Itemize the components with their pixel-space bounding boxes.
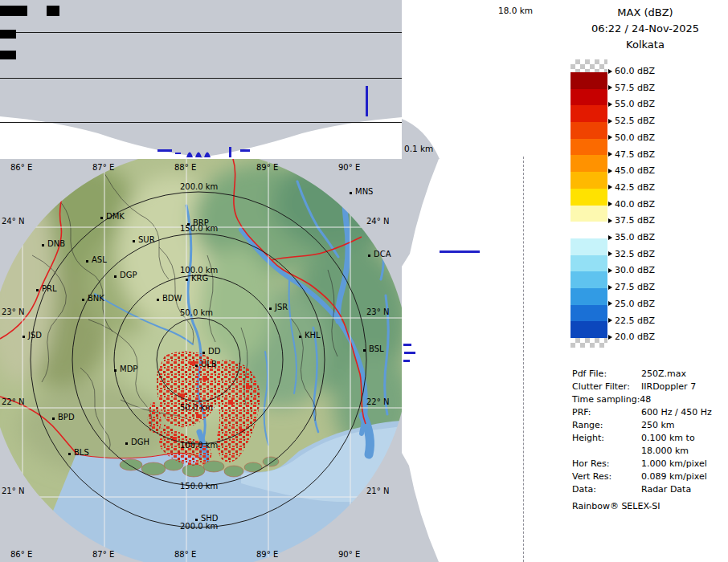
level-arrow-icon — [608, 202, 612, 206]
product-title: MAX (dBZ) — [558, 5, 728, 21]
radar-display-window: 18.0 km 0.1 km — [0, 0, 728, 562]
level-arrow-icon — [608, 251, 612, 256]
legend-level-label: 37.5 dBZ — [608, 215, 655, 226]
level-arrow-icon — [608, 235, 612, 240]
legend-level-label: 55.0 dBZ — [608, 99, 655, 109]
legend-header: MAX (dBZ) 06:22 / 24-Nov-2025 Kolkata — [558, 5, 728, 53]
top-projection-panel — [0, 0, 522, 159]
legend-info-row: Height:0.100 km to — [572, 432, 725, 445]
legend-level-label: 57.5 dBZ — [608, 83, 655, 93]
legend-color-cell — [571, 72, 607, 89]
product-datetime: 06:22 / 24-Nov-2025 — [558, 21, 728, 37]
level-arrow-icon — [608, 218, 612, 223]
side-panel-bg — [402, 159, 522, 562]
legend-color-cell — [571, 105, 607, 122]
legend-color-cell — [571, 238, 607, 255]
legend-level-label: 20.0 dBZ — [608, 332, 655, 342]
legend-level-label: 50.0 dBZ — [608, 132, 655, 143]
legend-level-label: 45.0 dBZ — [608, 165, 655, 176]
legend-level-label: 52.5 dBZ — [608, 116, 655, 126]
legend-color-cell — [571, 89, 607, 106]
legend-info-row: Hor Res:1.000 km/pixel — [572, 458, 725, 470]
level-arrow-icon — [608, 285, 612, 290]
legend-level-label: 35.0 dBZ — [608, 232, 655, 242]
level-arrow-icon — [608, 152, 612, 157]
legend-level-label: 27.5 dBZ — [608, 282, 655, 292]
legend-color-bar — [571, 59, 607, 348]
legend-color-cell — [571, 122, 607, 139]
level-arrow-icon — [608, 102, 612, 107]
legend-transparent-checker-bottom — [571, 338, 607, 348]
legend-info-row: Pdf File:250Z.max — [572, 368, 725, 381]
legend-color-cells — [571, 72, 607, 338]
legend-color-cell — [571, 155, 607, 172]
legend-info-row: Clutter Filter:IIRDoppler 7 — [572, 381, 725, 393]
legend-level-label: 30.0 dBZ — [608, 265, 655, 275]
level-arrow-icon — [608, 119, 612, 124]
level-arrow-icon — [608, 335, 612, 340]
software-brand-label: Rainbow® SELEX-SI — [572, 501, 661, 511]
legend-color-cell — [571, 255, 607, 272]
legend-info-row: Vert Res:0.089 km/pixel — [572, 470, 725, 483]
legend-color-cell — [571, 271, 607, 288]
radar-site-name: Kolkata — [558, 37, 728, 53]
legend-color-cell — [571, 321, 607, 338]
legend-transparent-checker-top — [571, 59, 607, 72]
legend-color-cell — [571, 222, 607, 238]
legend-info-row: Data:Radar Data — [572, 483, 725, 496]
legend-level-label: 22.5 dBZ — [608, 316, 655, 326]
legend-info-row: PRF:600 Hz / 450 Hz — [572, 406, 725, 419]
panel-divider-dashed-line — [523, 157, 524, 562]
height-scale-bottom-label: 0.1 km — [404, 144, 433, 153]
side-projection-panel — [402, 159, 522, 562]
radar-echoes — [148, 351, 260, 466]
legend-level-label: 25.0 dBZ — [608, 299, 655, 309]
legend-color-cell — [571, 189, 607, 206]
level-arrow-icon — [608, 268, 612, 273]
legend-color-cell — [571, 206, 607, 222]
legend-info-row: 18.000 km — [572, 445, 725, 458]
legend-color-cell — [571, 172, 607, 189]
height-scale-top-label: 18.0 km — [498, 6, 533, 15]
level-arrow-icon — [608, 135, 612, 140]
level-arrow-icon — [608, 301, 612, 306]
legend-level-label: 40.0 dBZ — [608, 199, 655, 210]
legend-color-cell — [571, 305, 607, 322]
legend-level-label: 32.5 dBZ — [608, 249, 655, 259]
legend-level-label: 42.5 dBZ — [608, 182, 655, 193]
legend-level-label: 60.0 dBZ — [608, 66, 655, 76]
legend-info-block: Pdf File:250Z.maxClutter Filter:IIRDoppl… — [572, 368, 725, 496]
legend-color-cell — [571, 139, 607, 156]
level-arrow-icon — [608, 69, 612, 74]
legend-color-cell — [571, 288, 607, 305]
legend-info-row: Range:250 km — [572, 419, 725, 432]
radar-map — [0, 159, 402, 562]
legend-level-label: 47.5 dBZ — [608, 149, 655, 160]
legend-info-row: Time sampling:48 — [572, 393, 725, 406]
level-arrow-icon — [608, 169, 612, 173]
level-arrow-icon — [608, 318, 612, 323]
level-arrow-icon — [608, 85, 612, 90]
level-arrow-icon — [608, 185, 612, 189]
